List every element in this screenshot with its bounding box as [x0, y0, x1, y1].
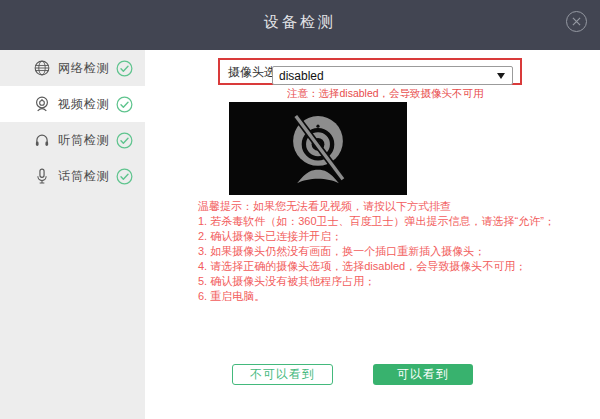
microphone-icon	[33, 167, 51, 185]
sidebar-item-label: 视频检测	[58, 96, 110, 113]
camera-option-select[interactable]: disabled	[272, 66, 513, 85]
check-passed-icon	[116, 96, 133, 113]
tips-title: 温馨提示：如果您无法看见视频，请按以下方式排查	[198, 199, 555, 214]
sidebar-item-network-check[interactable]: 网络检测	[0, 50, 145, 86]
sidebar: 网络检测 视频检测 听	[0, 50, 145, 419]
headphones-icon	[33, 131, 51, 149]
device-check-dialog: 设备检测 网络检测	[0, 0, 600, 419]
disabled-warning-note: 注意：选择disabled，会导致摄像头不可用	[287, 87, 484, 101]
tips-item: 4. 请选择正确的摄像头选项，选择disabled，会导致摄像头不可用；	[198, 259, 555, 274]
tips-item: 5. 确认摄像头没有被其他程序占用；	[198, 274, 555, 289]
cannot-see-button[interactable]: 不可以看到	[232, 364, 333, 385]
webcam-icon	[33, 95, 51, 113]
can-see-button[interactable]: 可以看到	[373, 364, 473, 385]
sidebar-item-microphone-check[interactable]: 话筒检测	[0, 158, 145, 194]
page-title: 设备检测	[0, 13, 600, 32]
tips-item: 1. 若杀毒软件（如：360卫士、百度卫士）弹出提示信息，请选择“允许”；	[198, 214, 555, 229]
sidebar-item-earpiece-check[interactable]: 听筒检测	[0, 122, 145, 158]
camera-option-selected-value: disabled	[273, 69, 324, 83]
globe-icon	[33, 59, 51, 77]
chevron-down-icon	[497, 73, 505, 79]
sidebar-item-label: 听筒检测	[58, 132, 110, 149]
tips-item: 2. 确认摄像头已连接并开启；	[198, 229, 555, 244]
sidebar-item-video-check[interactable]: 视频检测	[0, 86, 145, 122]
main-content: 摄像头选项 disabled 注意：选择disabled，会导致摄像头不可用 温…	[145, 50, 600, 419]
troubleshooting-tips: 温馨提示：如果您无法看见视频，请按以下方式排查 1. 若杀毒软件（如：360卫士…	[198, 199, 555, 304]
tips-item: 6. 重启电脑。	[198, 289, 555, 304]
check-passed-icon	[116, 60, 133, 77]
sidebar-item-label: 网络检测	[58, 60, 110, 77]
close-icon	[572, 17, 581, 26]
check-passed-icon	[116, 132, 133, 149]
sidebar-item-label: 话筒检测	[58, 168, 110, 185]
camera-preview-panel	[229, 102, 407, 195]
tips-item: 3. 如果摄像头仍然没有画面，换一个插口重新插入摄像头；	[198, 244, 555, 259]
title-bar: 设备检测	[0, 0, 600, 50]
check-passed-icon	[116, 168, 133, 185]
webcam-disabled-icon	[281, 107, 355, 191]
close-button[interactable]	[566, 11, 587, 32]
